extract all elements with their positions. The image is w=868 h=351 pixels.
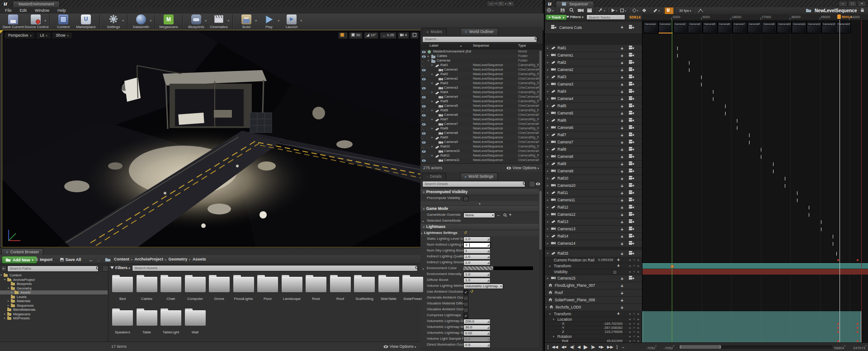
add-section-button[interactable]: + [621,161,623,167]
main-titlebar[interactable] [0,0,542,7]
camera-cut-segment-camera11[interactable]: Camera11 [792,22,807,33]
track-options-icon[interactable] [629,175,634,182]
outliner-row-cameras[interactable]: –▾CamerasFolder [420,58,539,63]
keyframe-tick[interactable] [785,184,785,188]
outliner-row-camera5[interactable]: Camera5NewLevelSequenceCineCameraA [420,104,539,108]
track-rail1[interactable]: ▸Rail1+ [545,45,642,52]
camera-cut-segment-camera8[interactable]: Camera8 [747,22,762,33]
track-rail9[interactable]: ▸Rail9+ [545,161,642,168]
breadcrumb-assets[interactable]: Assets [193,257,206,261]
tab-details[interactable]: ◔ Details [422,173,446,180]
outliner-row-camera4[interactable]: Camera4NewLevelSequenceCineCameraA [420,95,539,99]
add-section-button[interactable]: + [621,297,623,304]
use-selected-button[interactable]: ← [496,213,500,217]
outliner-row-rail8[interactable]: –▾Rail8NewLevelSequenceCameraRig_R [420,126,539,131]
transform-section-block[interactable] [642,311,861,342]
add-section-button[interactable]: + [621,197,623,204]
track-options-icon[interactable] [629,132,634,138]
spin-input[interactable]: 30.0 [463,325,491,330]
expander-closed-icon[interactable]: ▸ [8,299,9,303]
track-options-icon[interactable] [629,233,634,240]
timeline-ruler[interactable]: 00009000180002700036000450005400050914 [642,14,868,20]
spin-input[interactable]: 3 [463,242,491,248]
keyframe-tick[interactable] [833,235,833,238]
auto-key-button[interactable]: ▾ [652,8,660,14]
add-section-button[interactable]: + [621,175,623,182]
track-options-icon[interactable] [629,240,634,247]
tree-item-megascans[interactable]: ▸Megascans [0,312,108,316]
expander-open-icon[interactable]: ▾ [431,63,433,67]
details-display-filter-button[interactable] [529,181,535,187]
tree-item-content[interactable]: ▾Content [0,273,108,277]
camera-speed-button[interactable]: 4 [398,32,409,39]
add-section-button[interactable]: + [621,139,623,146]
track-rail14[interactable]: ▸Rail14+ [545,233,642,240]
keyframe-tick[interactable] [713,90,713,94]
outliner-row-rail1[interactable]: –▾Rail1NewLevelSequenceCameraRig_R [420,63,539,67]
maximize-button[interactable]: □ [848,1,857,7]
transport-button-0[interactable]: [ [547,345,549,349]
outliner-row-rail2[interactable]: –▾Rail2NewLevelSequenceCameraRig_R [420,72,539,76]
camera-cut-segment-camera6[interactable]: Camera6 [717,22,732,33]
transport-button-9[interactable]: ] [617,345,618,349]
tree-item-assets[interactable]: ▸Assets [0,290,108,294]
y-value[interactable]: -357.008362 [595,326,623,330]
track-camera13[interactable]: ▸Camera13+ [545,226,642,233]
track-camera12[interactable]: ▸Camera12+ [545,211,642,218]
add-section-button[interactable]: + [621,289,623,296]
transport-button-10[interactable]: → [621,345,625,349]
expander-closed-icon[interactable]: ▸ [423,219,424,223]
filters-button[interactable]: Filters ▾ [110,266,130,270]
track-camera7[interactable]: ▸Camera7+ [545,139,642,146]
track-options-icon[interactable] [629,103,634,109]
level-viewport[interactable]: Perspective▾Lit▾Show▾ 5010°↔0.254 [2,30,420,247]
expander-open-icon[interactable]: ▾ [553,317,554,322]
details-search-input[interactable]: Search Details [422,181,525,187]
color-swatch-black[interactable] [493,266,533,270]
megascans-button[interactable]: Megascans [157,14,180,29]
keyframe-dot-red[interactable] [857,323,859,325]
track-options-icon[interactable] [629,204,634,211]
track-rail13[interactable]: ▸Rail13+ [545,218,642,226]
spin-input[interactable]: 1.0 [463,278,491,283]
maximize-button[interactable]: □ [496,1,505,7]
track-rail5[interactable]: ▸Rail5+ [545,103,642,110]
expander-closed-icon[interactable]: ▸ [547,110,548,117]
keyframe-dot-red[interactable] [857,259,859,261]
track-rail12[interactable]: ▸Rail12+ [545,204,642,211]
track-floodlights-plane-007[interactable]: FloodLights_Plane_007+ [545,282,642,289]
close-button[interactable]: × [506,1,514,7]
expander-open-icon[interactable]: ▾ [424,49,425,54]
expander-open-icon[interactable]: ▾ [549,311,551,317]
add-new-button[interactable]: Add New▾ [2,256,37,264]
column-type[interactable]: Type [518,43,526,47]
collections-button[interactable] [102,266,108,272]
expander-closed-icon[interactable]: ▸ [547,124,548,131]
expander-open-icon[interactable]: ▾ [431,126,433,131]
track-camera3[interactable]: ▸Camera3+ [545,81,642,88]
track-camera15[interactable]: ▸Camera15+ [545,275,642,282]
blueprints-button[interactable]: ▾Blueprints [185,14,208,29]
working-range-start[interactable]: -7052* [646,345,656,350]
spin-input[interactable]: 1.0 [463,272,491,277]
expander-open-icon[interactable]: ▾ [547,250,548,257]
track-rail8[interactable]: ▸Rail8+ [545,146,642,153]
add-section-button[interactable]: + [621,226,623,232]
keyframe-tick[interactable] [797,199,797,202]
expander-closed-icon[interactable]: ▸ [547,81,548,88]
working-range-end[interactable]: 247973* [853,345,866,350]
outliner-row-rail11[interactable]: –▾Rail11NewLevelSequenceCameraRig_R [420,153,539,158]
asset-folder-cables[interactable]: Cables [135,273,159,305]
tree-item-sequences[interactable]: ▸Sequences [0,304,108,308]
asset-folder-scaffolding[interactable]: Scaffolding [353,273,376,305]
track-options-icon[interactable] [629,218,634,225]
outliner-row-camera2[interactable]: Camera2NewLevelSequenceCineCameraA [420,76,539,81]
tree-item-levels[interactable]: Levels [0,295,108,299]
tree-item-mspresets[interactable]: ▸MSPresets [0,316,108,320]
expander-closed-icon[interactable]: ▸ [4,312,5,316]
outliner-row-cables[interactable]: ▸CablesFolder [420,54,539,58]
spin-input[interactable]: 1 [463,248,491,254]
keyframe-tick[interactable] [725,104,726,108]
source-control-button[interactable]: ▾Source Control [24,14,47,29]
expander-closed-icon[interactable]: ▸ [547,275,548,282]
